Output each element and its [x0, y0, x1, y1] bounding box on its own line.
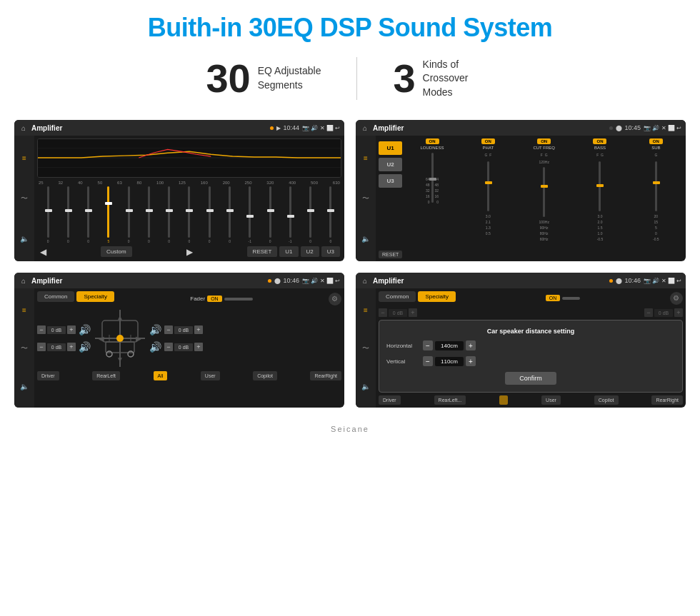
topbar-3: ⌂ Amplifier ⬤ 10:46 📷 🔊 ✕ ⬜ ↩	[14, 273, 344, 288]
common-tab[interactable]: Common	[37, 291, 74, 302]
vertical-plus[interactable]: +	[466, 356, 476, 366]
u2-btn[interactable]: U2	[301, 246, 319, 257]
left-arrow[interactable]: ◀	[99, 335, 104, 343]
dist-on-toggle[interactable]: ON	[546, 295, 561, 301]
eq-graph	[37, 138, 341, 178]
side-icon-vol[interactable]: 🔈	[20, 235, 29, 243]
side-icon-eq-3[interactable]: ≡	[22, 306, 26, 314]
side-icon-vol-4[interactable]: 🔈	[361, 383, 370, 390]
home-icon[interactable]: ⌂	[19, 123, 29, 133]
vertical-value: 110cm	[435, 357, 464, 366]
dist-all-btn[interactable]	[499, 395, 508, 405]
u1-btn[interactable]: U1	[279, 246, 298, 257]
up-arrow[interactable]: ▲	[116, 313, 124, 321]
dist-settings-icon[interactable]: ⚙	[670, 292, 683, 305]
down-arrow[interactable]: ▼	[116, 355, 124, 363]
stats-row: 30 EQ Adjustable Segments 3 Kinds of Cro…	[0, 50, 700, 113]
side-icon-wave-3[interactable]: 〜	[21, 343, 28, 353]
reset-btn[interactable]: RESET	[247, 246, 278, 257]
distance-dialog: Car speaker distance setting Horizontal …	[379, 320, 683, 393]
side-icon-wave[interactable]: 〜	[21, 193, 28, 203]
vertical-minus[interactable]: −	[423, 356, 433, 366]
svg-point-6	[106, 351, 112, 357]
screen-crossover: ⌂ Amplifier ⬤ 10:45 📷 🔊 ✕ ⬜ ↩ ≡ 〜 🔈 U1 U…	[356, 120, 686, 261]
screen1-dot	[270, 126, 274, 130]
horizontal-plus[interactable]: +	[466, 340, 476, 350]
speaker-bottom-btns: Driver RearLeft All User Copilot RearRig…	[37, 371, 341, 380]
horizontal-minus[interactable]: −	[423, 340, 433, 350]
home-icon-2[interactable]: ⌂	[360, 123, 370, 133]
dist-specialty-tab[interactable]: Specialty	[418, 291, 455, 302]
speaker-right-icon: 🔊	[149, 324, 161, 335]
screen4-dot	[609, 279, 613, 283]
dist-tabs: Common Specialty	[379, 291, 456, 302]
db-control-4: 🔊 − 0 dB +	[149, 341, 203, 353]
eq-bottom-bar: ◀ Custom ▶ RESET U1 U2 U3	[37, 243, 341, 258]
dist-rear-right-btn[interactable]: RearRight	[651, 395, 683, 405]
topbar-icons-2: 📷 🔊 ✕ ⬜ ↩	[644, 125, 681, 131]
specialty-tab[interactable]: Specialty	[76, 291, 114, 302]
u3-channel-btn[interactable]: U3	[379, 174, 402, 188]
eq-slider-1[interactable]: 0	[39, 186, 57, 243]
driver-btn[interactable]: Driver	[37, 371, 59, 380]
prev-btn[interactable]: ◀	[39, 247, 48, 257]
screen2-dot	[609, 126, 613, 130]
side-icon-eq-2[interactable]: ≡	[364, 154, 368, 162]
dist-bg-content: −0 dB+ −0 dB+	[379, 308, 683, 317]
screen2-title: Amplifier	[373, 124, 606, 132]
topbar-2: ⌂ Amplifier ⬤ 10:45 📷 🔊 ✕ ⬜ ↩	[356, 120, 686, 136]
user-btn[interactable]: User	[201, 371, 220, 380]
settings-icon[interactable]: ⚙	[329, 293, 341, 306]
confirm-btn[interactable]: Confirm	[505, 372, 556, 385]
dist-driver-btn[interactable]: Driver	[379, 395, 401, 405]
side-icon-vol-2[interactable]: 🔈	[361, 235, 370, 243]
side-icon-eq-4[interactable]: ≡	[364, 306, 368, 314]
dist-common-tab[interactable]: Common	[379, 291, 416, 302]
horizontal-label: Horizontal	[386, 343, 419, 349]
dist-copilot-btn[interactable]: Copilot	[594, 395, 619, 405]
custom-btn[interactable]: Custom	[101, 246, 132, 257]
right-arrow[interactable]: ▶	[136, 335, 141, 343]
all-btn[interactable]: All	[154, 371, 168, 380]
dist-user-btn[interactable]: User	[541, 395, 561, 405]
screen-eq: ⌂ Amplifier ▶ 10:44 📷 🔊 ✕ ⬜ ↩ ≡ 〜 🔈	[14, 120, 344, 261]
u1-channel-btn[interactable]: U1	[379, 141, 402, 155]
speaker-cross[interactable]: ▲ ▼ ◀ ▶	[95, 310, 145, 367]
eq-desc: EQ Adjustable Segments	[258, 64, 321, 92]
dist-rear-left-btn[interactable]: RearLeft...	[434, 395, 466, 405]
crossover-desc: Kinds of Crossover Modes	[423, 58, 494, 100]
home-icon-3[interactable]: ⌂	[19, 276, 29, 286]
topbar-4: ⌂ Amplifier ⬤ 10:46 📷 🔊 ✕ ⬜ ↩	[356, 273, 686, 288]
side-icon-eq[interactable]: ≡	[22, 154, 26, 162]
vertical-control: − 110cm +	[423, 356, 476, 366]
rear-left-btn[interactable]: RearLeft	[92, 371, 120, 380]
screen1-title: Amplifier	[31, 124, 267, 132]
play-icon[interactable]: ▶	[276, 125, 281, 131]
vertical-label: Vertical	[386, 358, 419, 365]
next-btn[interactable]: ▶	[185, 247, 194, 257]
screen1-time: 10:44	[284, 124, 300, 131]
crossover-reset-btn[interactable]: RESET	[379, 251, 402, 258]
crossover-loudness: ON LOUDNESS 644832160 644832160	[405, 138, 459, 258]
rear-right-btn[interactable]: RearRight	[310, 371, 341, 380]
screens-grid: ⌂ Amplifier ▶ 10:44 📷 🔊 ✕ ⬜ ↩ ≡ 〜 🔈	[0, 113, 700, 422]
eq-main: 2532405063 80100125160200 25032040050063…	[34, 136, 344, 261]
side-icon-wave-4[interactable]: 〜	[362, 343, 369, 353]
copilot-btn[interactable]: Copilot	[253, 371, 277, 380]
dist-fader-slider[interactable]	[562, 297, 580, 300]
right-controls: 🔊 − 0 dB + 🔊 − 0 dB +	[149, 324, 203, 353]
svg-point-7	[128, 351, 134, 357]
screen-distance: ⌂ Amplifier ⬤ 10:46 📷 🔊 ✕ ⬜ ↩ ≡ 〜 🔈 Comm…	[356, 273, 686, 408]
screen-speaker: ⌂ Amplifier ⬤ 10:46 📷 🔊 ✕ ⬜ ↩ ≡ 〜 🔈 Comm…	[14, 273, 344, 408]
home-icon-4[interactable]: ⌂	[360, 276, 370, 286]
side-icon-wave-2[interactable]: 〜	[362, 193, 369, 203]
speaker-right-icon-2: 🔊	[149, 341, 161, 353]
crossover-main: U1 U2 U3 RESET ON LOUDNESS	[376, 136, 686, 261]
crossover-cutfreq: ON CUT FREQ F G 120Hz 100Hz 90Hz 80Hz 60…	[517, 138, 571, 258]
screen4-title: Amplifier	[373, 277, 606, 285]
side-icon-vol-3[interactable]: 🔈	[20, 383, 29, 390]
topbar-icons-3: 📷 🔊 ✕ ⬜ ↩	[302, 278, 340, 284]
u2-channel-btn[interactable]: U2	[379, 158, 402, 171]
horizontal-row: Horizontal − 140cm +	[386, 340, 675, 350]
u3-btn[interactable]: U3	[321, 246, 340, 257]
